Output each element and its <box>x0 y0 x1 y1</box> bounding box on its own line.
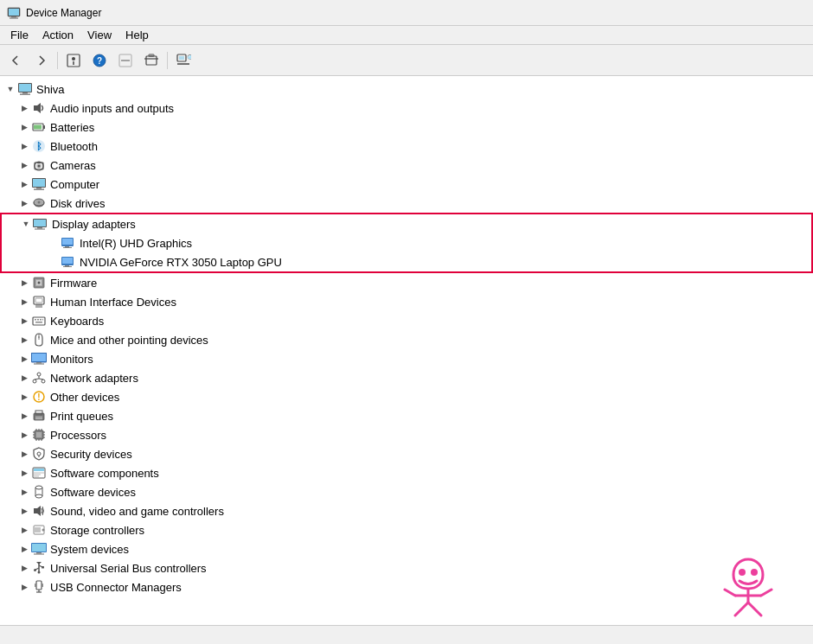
update-driver-button[interactable]: ? <box>87 48 112 73</box>
menu-action[interactable]: Action <box>35 27 80 43</box>
forward-button[interactable] <box>29 48 54 73</box>
firmware-arrow[interactable] <box>17 276 31 290</box>
menu-view[interactable]: View <box>80 27 118 43</box>
svg-rect-64 <box>42 319 43 321</box>
tree-item-diskdrives[interactable]: Disk drives <box>0 194 813 213</box>
cameras-label: Cameras <box>50 159 96 172</box>
tree-item-softwarecomponents[interactable]: Software components <box>0 463 813 482</box>
softwarecomponents-icon <box>31 465 47 481</box>
usbconnector-arrow[interactable] <box>17 580 31 594</box>
menu-file[interactable]: File <box>3 27 35 43</box>
tree-item-audio[interactable]: Audio inputs and outputs <box>0 99 813 118</box>
tree-item-networkadapters[interactable]: Network adapters <box>0 368 813 387</box>
toolbar-sep-2 <box>167 52 168 69</box>
monitors-arrow[interactable] <box>17 352 31 366</box>
tree-item-firmware[interactable]: Firmware <box>0 273 813 292</box>
tree-item-securitydevices[interactable]: Security devices <box>0 444 813 463</box>
tree-item-monitors[interactable]: Monitors <box>0 349 813 368</box>
svg-point-108 <box>35 494 42 498</box>
tree-item-mice[interactable]: Mice and other pointing devices <box>0 330 813 349</box>
tree-item-cameras[interactable]: Cameras <box>0 156 813 175</box>
tree-item-printqueues[interactable]: Print queues <box>0 406 813 425</box>
tree-item-batteries[interactable]: Batteries <box>0 118 813 137</box>
tree-item-hid[interactable]: Human Interface Devices <box>0 292 813 311</box>
hid-label: Human Interface Devices <box>50 296 176 309</box>
computer-icon <box>17 81 33 97</box>
softwarecomponents-arrow[interactable] <box>17 466 31 480</box>
scan-button[interactable]: 🔍 <box>171 48 195 73</box>
tree-item-processors[interactable]: Processors <box>0 425 813 444</box>
softwarecomponents-label: Software components <box>50 467 159 480</box>
hid-arrow[interactable] <box>17 295 31 309</box>
svg-point-30 <box>38 165 41 168</box>
networkadapters-arrow[interactable] <box>17 371 31 385</box>
tree-item-displayadapters[interactable]: Display adapters <box>2 214 811 233</box>
tree-item-usbconnector[interactable]: USB Connector Managers <box>0 577 813 596</box>
svg-rect-19 <box>19 84 31 92</box>
svg-rect-127 <box>35 583 36 587</box>
otherdevices-label: Other devices <box>50 391 119 404</box>
title-bar: Device Manager <box>0 0 813 26</box>
computer-label: Computer <box>50 178 99 191</box>
storagecontrollers-arrow[interactable] <box>17 523 31 537</box>
mice-icon <box>31 332 47 348</box>
printqueues-label: Print queues <box>50 410 113 423</box>
svg-rect-62 <box>37 319 39 321</box>
bluetooth-arrow[interactable] <box>17 139 31 153</box>
svg-rect-118 <box>34 554 44 555</box>
diskdrives-arrow[interactable] <box>17 196 31 210</box>
svg-rect-128 <box>42 583 43 587</box>
systemdevices-arrow[interactable] <box>17 542 31 556</box>
batteries-arrow[interactable] <box>17 120 31 134</box>
svg-rect-47 <box>63 247 72 248</box>
toolbar-sep-1 <box>57 52 58 69</box>
svg-rect-69 <box>32 354 46 361</box>
tree-item-nvidia-gpu[interactable]: NVIDIA GeForce RTX 3050 Laptop GPU <box>2 252 811 271</box>
otherdevices-arrow[interactable] <box>17 390 31 404</box>
tree-root[interactable]: Shiva <box>0 80 813 99</box>
tree-item-usb[interactable]: Universal Serial Bus controllers <box>0 558 813 577</box>
disable-button[interactable] <box>113 48 138 73</box>
computer-arrow[interactable] <box>17 177 31 191</box>
usb-arrow[interactable] <box>17 561 31 575</box>
softwaredevices-arrow[interactable] <box>17 485 31 499</box>
properties-button[interactable] <box>61 48 86 73</box>
keyboards-arrow[interactable] <box>17 314 31 328</box>
uninstall-button[interactable] <box>139 48 163 73</box>
audio-arrow[interactable] <box>17 101 31 115</box>
printqueues-arrow[interactable] <box>17 409 31 423</box>
svg-rect-20 <box>22 92 28 94</box>
svg-rect-122 <box>42 566 44 569</box>
tree-item-softwaredevices[interactable]: Software devices <box>0 482 813 501</box>
svg-rect-60 <box>33 317 45 325</box>
svg-rect-36 <box>34 189 44 190</box>
systemdevices-icon <box>31 541 47 557</box>
processors-arrow[interactable] <box>17 428 31 442</box>
mice-arrow[interactable] <box>17 333 31 347</box>
tree-item-otherdevices[interactable]: ! Other devices <box>0 387 813 406</box>
nvidia-gpu-icon <box>61 254 76 270</box>
tree-item-soundvideo[interactable]: Sound, video and game controllers <box>0 501 813 520</box>
svg-rect-126 <box>36 581 42 590</box>
displayadapters-arrow[interactable] <box>19 217 33 231</box>
networkadapters-icon <box>31 370 47 386</box>
menu-help[interactable]: Help <box>118 27 156 43</box>
cameras-arrow[interactable] <box>17 158 31 172</box>
nvidia-gpu-label: NVIDIA GeForce RTX 3050 Laptop GPU <box>80 256 282 269</box>
soundvideo-arrow[interactable] <box>17 504 31 518</box>
tree-item-bluetooth[interactable]: ᛒ Bluetooth <box>0 137 813 156</box>
tree-item-computer[interactable]: Computer <box>0 175 813 194</box>
storagecontrollers-label: Storage controllers <box>50 524 144 537</box>
printqueues-icon <box>31 408 47 424</box>
svg-rect-13 <box>149 54 154 56</box>
tree-item-systemdevices[interactable]: System devices <box>0 539 813 558</box>
back-button[interactable] <box>3 48 28 73</box>
securitydevices-arrow[interactable] <box>17 447 31 461</box>
tree-item-intel-gpu[interactable]: Intel(R) UHD Graphics <box>2 233 811 252</box>
audio-label: Audio inputs and outputs <box>50 102 174 115</box>
root-expand-arrow[interactable] <box>3 82 17 96</box>
tree-item-storagecontrollers[interactable]: Storage controllers <box>0 520 813 539</box>
status-bar <box>0 625 813 644</box>
systemdevices-label: System devices <box>50 543 129 556</box>
tree-item-keyboards[interactable]: Keyboards <box>0 311 813 330</box>
